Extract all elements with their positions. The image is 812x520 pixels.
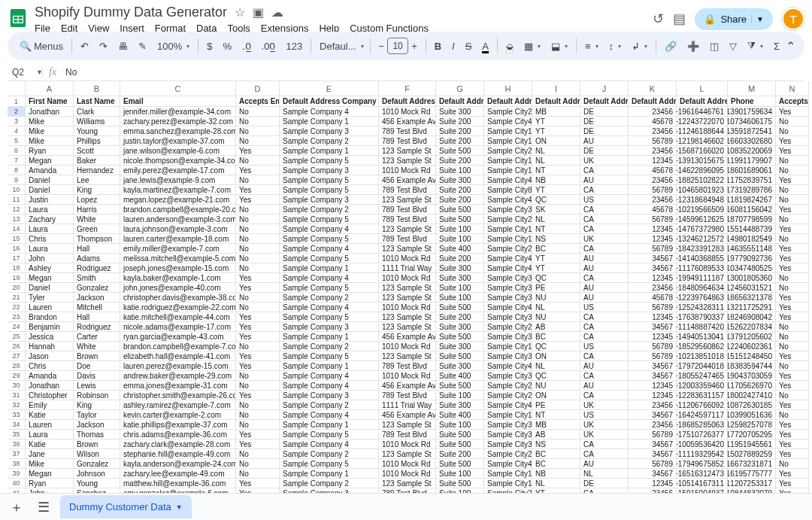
cell[interactable]: Brown xyxy=(74,351,120,361)
chart-button[interactable]: ◫ xyxy=(705,38,723,55)
cell[interactable]: Amanda xyxy=(26,371,74,381)
cell[interactable]: No xyxy=(776,322,809,332)
cell[interactable]: +16195775777 xyxy=(728,469,776,479)
cell[interactable]: +13901759634 xyxy=(728,107,776,117)
cell[interactable]: No xyxy=(236,136,280,146)
font-size-minus[interactable]: − xyxy=(379,41,385,52)
cell[interactable]: Sample Company 5 xyxy=(280,214,379,224)
cell[interactable]: CA xyxy=(580,205,629,214)
row-header[interactable]: 32 xyxy=(8,400,26,410)
cell[interactable]: Sample City38 xyxy=(484,205,532,214)
cell[interactable]: +18685285063 xyxy=(677,420,728,430)
cell[interactable]: Rodriguez xyxy=(74,322,120,332)
cell[interactable]: 12345 xyxy=(629,381,677,391)
cell[interactable]: 789 Test Blvd xyxy=(379,234,436,244)
cell[interactable]: 789 Test Blvd xyxy=(379,430,436,439)
cell[interactable]: zachary.perez@example-32.com xyxy=(120,117,236,126)
cell[interactable]: No xyxy=(776,391,809,400)
cell[interactable]: nicole.thompson@example-34.com xyxy=(120,156,236,166)
cell[interactable]: Benjamin xyxy=(26,322,74,332)
cell[interactable]: Sample Company 3 xyxy=(280,391,379,400)
cell[interactable]: matthew.hill@example-36.com xyxy=(120,479,236,488)
cell[interactable]: AB xyxy=(532,322,580,332)
cell[interactable]: YT xyxy=(532,254,580,263)
cell[interactable]: CA xyxy=(580,322,629,332)
cell[interactable]: +19779092736 xyxy=(728,254,776,263)
cell[interactable]: 456 Example Ave xyxy=(379,410,436,420)
cell[interactable]: +10835220069 xyxy=(728,146,776,156)
cell[interactable]: +18707798599 xyxy=(728,214,776,224)
cell[interactable]: 1010 Mock Rd xyxy=(379,439,436,449)
cell[interactable]: Thompson xyxy=(74,234,120,244)
row-header[interactable]: 40 xyxy=(8,479,26,488)
cell[interactable]: Laura xyxy=(26,224,74,234)
cell[interactable]: Sample Company 5 xyxy=(280,254,379,263)
chevron-down-icon[interactable]: ▼ xyxy=(176,503,183,511)
cell[interactable]: NU xyxy=(532,293,580,303)
cell[interactable]: +12456031521 xyxy=(728,283,776,293)
select-all-corner[interactable] xyxy=(8,81,26,96)
cell[interactable]: Suite 100 xyxy=(436,166,484,175)
cell[interactable]: +14140368855 xyxy=(677,254,728,263)
cell[interactable]: Suite 500 xyxy=(436,381,484,391)
cell[interactable]: 456 Example Ave xyxy=(379,175,436,185)
cell[interactable]: Suite 100 xyxy=(436,469,484,479)
cell[interactable]: CA xyxy=(580,224,629,234)
cell[interactable]: brandon.campbell@example-7.com xyxy=(120,342,236,351)
cell[interactable]: emma.jones@example-31.com xyxy=(120,381,236,391)
row-header[interactable]: 10 xyxy=(8,185,26,195)
cell[interactable]: Hernandez xyxy=(74,166,120,175)
cell[interactable]: Johnson xyxy=(74,469,120,479)
cell[interactable]: Yes xyxy=(236,479,280,488)
cell[interactable]: Sample City44 xyxy=(484,400,532,410)
row-header[interactable]: 26 xyxy=(8,342,26,351)
cell[interactable]: Yes xyxy=(236,185,280,195)
cell[interactable]: 789 Test Blvd xyxy=(379,126,436,136)
cell[interactable]: AU xyxy=(580,361,629,371)
cell[interactable]: NB xyxy=(532,469,580,479)
cell[interactable]: White xyxy=(74,342,120,351)
cell[interactable]: John xyxy=(26,254,74,263)
cell[interactable]: +16424597117 xyxy=(677,410,728,420)
cell[interactable]: 12345 xyxy=(629,273,677,283)
cell[interactable]: melissa.mitchell@example-5.com xyxy=(120,254,236,263)
cell[interactable]: 34567 xyxy=(629,469,677,479)
cell[interactable]: +15514488739 xyxy=(728,224,776,234)
cell[interactable]: Mike xyxy=(26,117,74,126)
cell[interactable]: No xyxy=(236,469,280,479)
cell[interactable]: Suite 100 xyxy=(436,283,484,293)
cell[interactable]: 12345 xyxy=(629,224,677,234)
cell[interactable]: Sample Company 4 xyxy=(280,273,379,283)
cell[interactable]: Clark xyxy=(74,107,120,117)
cell[interactable]: No xyxy=(236,410,280,420)
cell[interactable]: Smith xyxy=(74,273,120,283)
header-cell[interactable]: First Name xyxy=(26,96,74,107)
cell[interactable]: Sample Company 3 xyxy=(280,166,379,175)
dec-decrease-button[interactable]: .0̲ xyxy=(238,38,256,55)
cell[interactable]: NL xyxy=(532,156,580,166)
cell[interactable]: CA xyxy=(580,439,629,449)
toolbar-collapse-icon[interactable]: ⌃ xyxy=(786,39,801,53)
percent-button[interactable]: % xyxy=(218,38,236,55)
cell[interactable]: +14940513041 xyxy=(677,332,728,342)
cell[interactable]: katie.mitchell@example-44.com xyxy=(120,312,236,322)
cell[interactable]: YT xyxy=(532,263,580,273)
row-header[interactable]: 18 xyxy=(8,263,26,273)
cell[interactable]: No xyxy=(776,195,809,205)
cell[interactable]: Sample City41 xyxy=(484,303,532,312)
cell[interactable]: Yes xyxy=(236,322,280,332)
cell[interactable]: QC xyxy=(532,342,580,351)
cell[interactable]: Suite 400 xyxy=(436,371,484,381)
cell[interactable]: +19043703059 xyxy=(728,371,776,381)
cell[interactable]: NT xyxy=(532,166,580,175)
cell[interactable]: +11705626970 xyxy=(728,381,776,391)
cell[interactable]: Chris xyxy=(26,361,74,371)
cell[interactable]: Sample City32 xyxy=(484,283,532,293)
share-dropdown-icon[interactable]: ▼ xyxy=(751,15,770,23)
cell[interactable]: Baker xyxy=(74,156,120,166)
row-header[interactable]: 11 xyxy=(8,195,26,205)
cell[interactable]: No xyxy=(776,332,809,342)
cell[interactable]: +13591872541 xyxy=(728,126,776,136)
cell[interactable]: 45678 xyxy=(629,117,677,126)
cell[interactable]: +18246908042 xyxy=(728,312,776,322)
